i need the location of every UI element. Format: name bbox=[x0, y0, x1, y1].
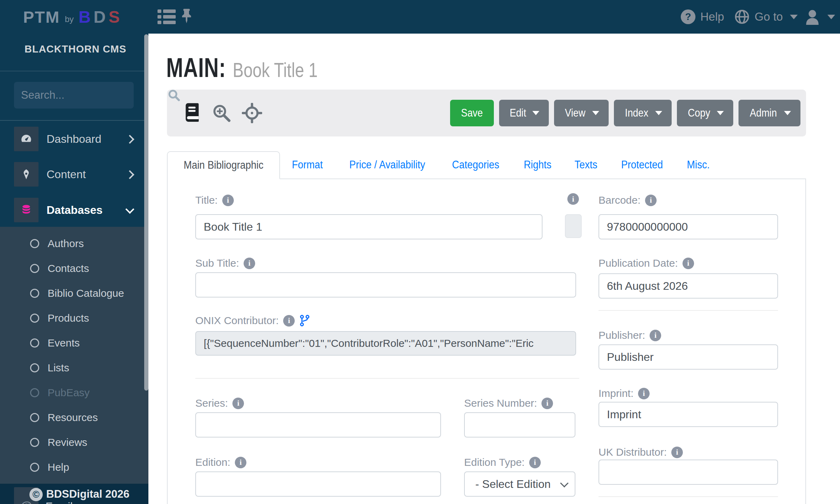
tab-categories[interactable]: Categories bbox=[439, 151, 512, 178]
tab-format[interactable]: Format bbox=[280, 151, 335, 178]
sidebar-scrollbar-thumb[interactable] bbox=[144, 34, 148, 391]
edition-field-label: Edition: i bbox=[195, 455, 246, 469]
pin-icon[interactable] bbox=[181, 0, 192, 34]
info-icon[interactable]: i bbox=[638, 388, 650, 399]
label-text: Series Number: bbox=[464, 397, 537, 409]
sidebar-item-lists[interactable]: Lists bbox=[0, 355, 148, 380]
sidebar-item-authors[interactable]: Authors bbox=[0, 231, 148, 256]
edition-input[interactable] bbox=[195, 471, 441, 497]
tab-price-availability[interactable]: Price / Availability bbox=[335, 151, 440, 178]
view-label: View bbox=[565, 107, 586, 119]
subtitle-input[interactable] bbox=[195, 272, 576, 298]
sidebar-item-dashboard[interactable]: Dashboard bbox=[0, 127, 148, 151]
info-icon[interactable]: i bbox=[235, 457, 246, 468]
title-input[interactable] bbox=[195, 214, 542, 239]
publisher-input[interactable] bbox=[598, 344, 778, 370]
view-menu-button[interactable]: View bbox=[554, 100, 609, 126]
uk-distributor-input[interactable] bbox=[598, 460, 778, 485]
info-icon[interactable]: i bbox=[541, 398, 553, 409]
series-number-input[interactable] bbox=[464, 412, 575, 438]
sidebar-item-biblio-catalogue[interactable]: Biblio Catalogue bbox=[0, 281, 148, 306]
app-logo[interactable]: PTM by B D S bbox=[23, 0, 120, 34]
submenu-label: Contacts bbox=[48, 262, 89, 274]
form-divider bbox=[598, 310, 778, 311]
info-icon[interactable]: i bbox=[232, 398, 244, 409]
label-text: Edition: bbox=[195, 456, 230, 468]
info-icon[interactable]: i bbox=[671, 447, 683, 458]
circle-icon bbox=[30, 239, 39, 248]
publication-date-input[interactable] bbox=[598, 273, 778, 299]
publisher-field-label: Publisher: i bbox=[598, 328, 661, 342]
info-icon[interactable]: i bbox=[645, 195, 657, 206]
sidebar-item-contacts[interactable]: Contacts bbox=[0, 256, 148, 281]
submenu-label: Authors bbox=[48, 238, 84, 250]
barcode-field-label: Barcode: i bbox=[598, 193, 657, 207]
logo-s: S bbox=[108, 7, 120, 27]
goto-caret-icon bbox=[790, 15, 798, 19]
tab-label: Price / Availability bbox=[349, 159, 425, 171]
info-icon[interactable]: i bbox=[567, 193, 579, 205]
barcode-input[interactable] bbox=[598, 214, 778, 239]
info-icon[interactable]: i bbox=[244, 258, 255, 269]
onix-contributor-label: ONIX Contributor: i bbox=[195, 314, 310, 328]
edition-type-select[interactable]: - Select Edition bbox=[464, 471, 575, 497]
circle-icon bbox=[30, 438, 39, 447]
code-branch-icon[interactable] bbox=[299, 315, 310, 327]
help-menu[interactable]: ? Help bbox=[681, 0, 724, 34]
series-field-label: Series: i bbox=[195, 396, 244, 410]
sidebar-item-events[interactable]: Events bbox=[0, 330, 148, 355]
list-view-icon[interactable] bbox=[158, 0, 176, 34]
sidebar-item-content[interactable]: Content bbox=[0, 162, 148, 187]
sidebar-item-reviews[interactable]: Reviews bbox=[0, 430, 148, 455]
sidebar-item-pubeasy[interactable]: PubEasy bbox=[0, 380, 148, 405]
sidebar-item-help[interactable]: Help bbox=[0, 455, 148, 479]
submenu-label: Biblio Catalogue bbox=[48, 287, 124, 299]
crosshair-icon[interactable] bbox=[242, 103, 262, 123]
title-field-label: Title: i bbox=[195, 193, 234, 207]
page-title-book: Book Title 1 bbox=[233, 58, 317, 82]
pen-nib-icon bbox=[20, 168, 32, 180]
caret-down-icon bbox=[532, 111, 539, 115]
title-mini-box bbox=[565, 214, 582, 238]
tab-rights[interactable]: Rights bbox=[512, 151, 563, 178]
book-icon[interactable] bbox=[183, 103, 201, 123]
user-menu[interactable] bbox=[804, 0, 835, 34]
copy-menu-button[interactable]: Copy bbox=[677, 100, 733, 126]
caret-down-icon bbox=[655, 111, 662, 115]
thumbtack-icon bbox=[181, 9, 192, 25]
index-menu-button[interactable]: Index bbox=[614, 100, 672, 126]
sidebar-item-databases[interactable]: Databases bbox=[0, 198, 148, 222]
info-icon[interactable]: i bbox=[283, 315, 295, 327]
info-glyph: i bbox=[654, 331, 657, 340]
save-button[interactable]: Save bbox=[450, 100, 494, 126]
footer-email-link[interactable]: Email bbox=[46, 500, 73, 504]
info-icon[interactable]: i bbox=[682, 258, 694, 269]
info-icon[interactable]: i bbox=[222, 195, 234, 206]
tab-texts[interactable]: Texts bbox=[563, 151, 609, 178]
imprint-input[interactable] bbox=[598, 402, 778, 427]
sidebar-item-products[interactable]: Products bbox=[0, 306, 148, 330]
tab-label: Main Bibliographic bbox=[184, 159, 264, 172]
info-icon[interactable]: i bbox=[529, 457, 541, 468]
onix-contributor-input[interactable] bbox=[195, 331, 576, 356]
admin-menu-button[interactable]: Admin bbox=[738, 100, 800, 126]
edit-menu-button[interactable]: Edit bbox=[499, 100, 549, 126]
sidebar-title: BLACKTHORN CMS bbox=[24, 43, 126, 55]
at-icon: @ bbox=[20, 499, 33, 504]
tab-main-bibliographic[interactable]: Main Bibliographic bbox=[167, 151, 280, 179]
label-text: Title: bbox=[195, 194, 218, 206]
sidebar-item-label: Databases bbox=[47, 198, 103, 222]
sidebar-item-resources[interactable]: Resources bbox=[0, 405, 148, 430]
info-glyph: i bbox=[288, 316, 290, 325]
save-label: Save bbox=[461, 107, 483, 119]
index-label: Index bbox=[625, 107, 648, 119]
user-caret-icon bbox=[827, 15, 835, 19]
imprint-field-label: Imprint: i bbox=[598, 386, 650, 400]
series-input[interactable] bbox=[195, 412, 441, 438]
zoom-in-icon[interactable] bbox=[212, 103, 231, 123]
tab-protected[interactable]: Protected bbox=[609, 151, 676, 178]
info-icon[interactable]: i bbox=[650, 330, 661, 341]
search-icon[interactable] bbox=[168, 89, 180, 102]
goto-menu[interactable]: Go to bbox=[734, 0, 798, 34]
tab-misc[interactable]: Misc. bbox=[676, 151, 721, 178]
